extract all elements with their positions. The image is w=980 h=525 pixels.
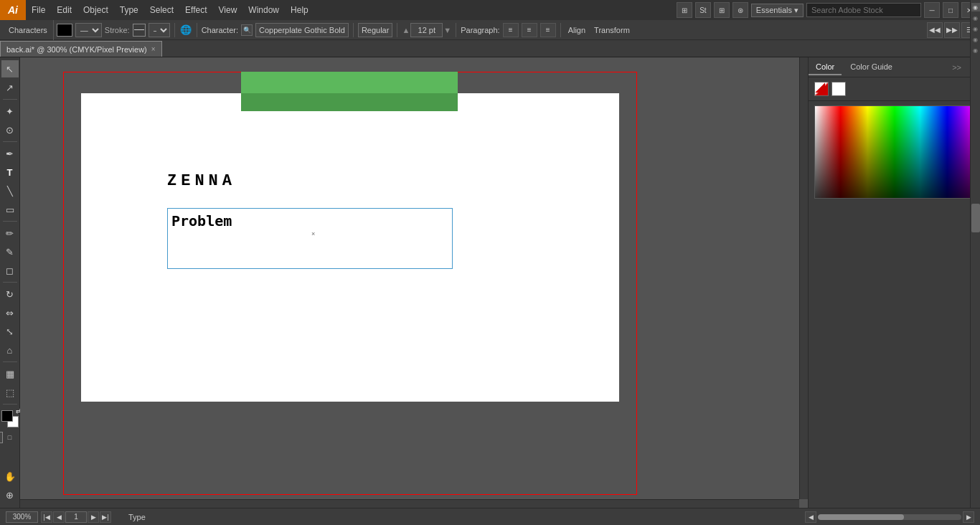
zoom-input[interactable]: 300%: [6, 511, 38, 523]
fill-mode-btn[interactable]: ■: [0, 432, 3, 443]
fill-color-swatch[interactable]: [57, 24, 72, 37]
horizontal-scrollbar[interactable]: [20, 499, 799, 508]
problem-text: Problem: [171, 212, 232, 230]
font-size-arrow-up[interactable]: ▲: [402, 26, 410, 34]
panel-header: Color Color Guide >> ☰: [809, 57, 980, 77]
status-type-label: Type: [128, 513, 146, 521]
paragraph-label: Paragraph:: [461, 26, 499, 34]
type-tool-btn[interactable]: T: [1, 164, 19, 181]
hand-tool-btn[interactable]: ✋: [1, 468, 19, 485]
vertical-scrollbar[interactable]: [799, 57, 808, 499]
menu-type[interactable]: Type: [114, 0, 144, 20]
pen-tool-btn[interactable]: ✒: [1, 145, 19, 162]
scale-tool-btn[interactable]: ⤡: [1, 323, 19, 340]
menu-effect[interactable]: Effect: [179, 0, 212, 20]
panel-expand-icon[interactable]: >>: [948, 63, 966, 72]
tool-separator-3: [3, 221, 17, 222]
graph-tool-btn[interactable]: ▦: [1, 365, 19, 382]
lasso-tool-btn[interactable]: ⊙: [1, 121, 19, 138]
green-bar-inner: [241, 93, 458, 111]
artboard-container: ZENNA Problem ×: [63, 72, 637, 495]
font-size-arrow-down[interactable]: ▼: [443, 26, 451, 34]
icon-btn-3[interactable]: ⊞: [714, 2, 730, 18]
search-char-icon[interactable]: 🔍: [241, 24, 253, 36]
vertical-scroll-thumb[interactable]: [971, 204, 980, 232]
menu-help[interactable]: Help: [285, 0, 314, 20]
status-right-arrow[interactable]: ▶: [963, 511, 974, 523]
align-left-btn[interactable]: ≡: [503, 23, 519, 37]
spectrum-canvas[interactable]: [814, 105, 975, 199]
tab-close-btn[interactable]: ×: [151, 45, 156, 53]
artboard-tool-btn[interactable]: ⬚: [1, 384, 19, 401]
menu-bar: Ai File Edit Object Type Select Effect V…: [0, 0, 980, 20]
menu-window[interactable]: Window: [242, 0, 285, 20]
select-tool-btn[interactable]: ↖: [1, 60, 19, 77]
align-right-btn[interactable]: ≡: [540, 23, 556, 37]
menu-file[interactable]: File: [26, 0, 51, 20]
warp-tool-btn[interactable]: ⌂: [1, 341, 19, 359]
next-page-btn[interactable]: ▶: [88, 511, 99, 523]
foreground-color-swatch[interactable]: [1, 410, 13, 422]
font-name-button[interactable]: Copperplate Gothic Bold: [255, 23, 349, 37]
page-number-input[interactable]: 1: [65, 511, 87, 523]
menu-view[interactable]: View: [213, 0, 243, 20]
fill-type-dropdown[interactable]: —: [75, 23, 102, 37]
color-guide-tab[interactable]: Color Guide: [843, 60, 900, 75]
icon-btn-1[interactable]: ⊞: [677, 2, 692, 18]
left-toolbar: ↖ ↗ ✦ ⊙ ✒ T ╲ ▭ ✏ ✎ ◻ ↻ ⇔ ⤡ ⌂ ▦ ⬚ ⇄ ■ □ …: [0, 57, 20, 508]
strip-btn-2[interactable]: ◉: [971, 14, 980, 22]
icon-btn-2[interactable]: St: [695, 2, 711, 18]
color-bg-swatch[interactable]: [831, 82, 846, 96]
strip-btn-3[interactable]: ◉: [971, 24, 980, 33]
menu-object[interactable]: Object: [77, 0, 114, 20]
color-spectrum[interactable]: [814, 105, 974, 305]
color-tab[interactable]: Color: [809, 60, 842, 75]
panel-arr-left[interactable]: ◀◀: [927, 22, 943, 38]
globe-icon[interactable]: 🌐: [179, 24, 192, 37]
separator-5: [456, 23, 456, 37]
canvas-area[interactable]: ZENNA Problem ×: [20, 57, 808, 508]
pencil-tool-btn[interactable]: ✎: [1, 243, 19, 260]
tool-separator-1: [3, 99, 17, 100]
stroke-mode-btn[interactable]: □: [4, 432, 16, 443]
panel-arr-right[interactable]: ▶▶: [944, 22, 960, 38]
essentials-button[interactable]: Essentials ▾: [751, 4, 804, 17]
rect-tool-btn[interactable]: ▭: [1, 201, 19, 218]
direct-select-tool-btn[interactable]: ↗: [1, 79, 19, 96]
font-size-input[interactable]: 12 pt: [410, 23, 443, 37]
first-page-btn[interactable]: |◀: [41, 511, 52, 523]
font-size-group: ▲ 12 pt ▼: [402, 23, 451, 37]
status-left-arrow[interactable]: ◀: [805, 511, 816, 523]
last-page-btn[interactable]: ▶|: [100, 511, 111, 523]
rotate-tool-btn[interactable]: ↻: [1, 285, 19, 303]
prev-page-btn[interactable]: ◀: [53, 511, 65, 523]
stock-search-input[interactable]: [806, 3, 921, 17]
zoom-status: 300%: [6, 511, 38, 523]
menu-select[interactable]: Select: [144, 0, 179, 20]
status-right-controls: ◀ ▶: [805, 511, 974, 523]
stroke-type-dropdown[interactable]: —: [149, 23, 170, 37]
document-tab[interactable]: back.ai* @ 300% (CMYK/Pixel Preview) ×: [0, 41, 162, 57]
problem-textbox[interactable]: Problem ×: [167, 208, 453, 269]
reflect-tool-btn[interactable]: ⇔: [1, 304, 19, 321]
minimize-button[interactable]: ─: [924, 2, 940, 18]
maximize-button[interactable]: □: [943, 2, 958, 18]
eraser-tool-btn[interactable]: ◻: [1, 262, 19, 279]
paintbrush-tool-btn[interactable]: ✏: [1, 224, 19, 242]
zoom-tool-btn[interactable]: ⊕: [1, 486, 19, 503]
font-style-button[interactable]: Regular: [358, 23, 393, 37]
stroke-color-swatch[interactable]: [133, 24, 146, 37]
align-center-btn[interactable]: ≡: [522, 23, 537, 37]
character-panel-label: Character:: [202, 26, 238, 34]
icon-btn-4[interactable]: ⊛: [732, 2, 748, 18]
strip-btn-4[interactable]: ◉: [971, 35, 980, 44]
strip-btn-1[interactable]: ◉: [971, 3, 980, 11]
magic-wand-tool-btn[interactable]: ✦: [1, 103, 19, 120]
zenna-text: ZENNA: [167, 172, 236, 190]
line-tool-btn[interactable]: ╲: [1, 182, 19, 199]
strip-btn-5[interactable]: ◉: [971, 46, 980, 55]
tool-separator-2: [3, 141, 17, 142]
menu-edit[interactable]: Edit: [51, 0, 77, 20]
characters-label: Characters: [3, 20, 54, 40]
color-fg-swatch[interactable]: [814, 82, 829, 96]
